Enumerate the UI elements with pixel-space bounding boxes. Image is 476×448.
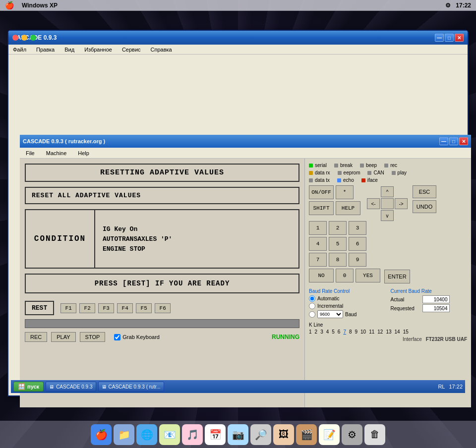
menu-file-en[interactable]: File [24, 149, 37, 157]
mac-gear-icon[interactable]: ⚙ [445, 2, 451, 9]
arrow-up-button[interactable]: ^ [381, 186, 394, 197]
rest-button[interactable]: REST [25, 301, 54, 315]
mac-close-dot[interactable] [12, 35, 18, 41]
rec-button[interactable]: REC [25, 332, 47, 342]
kline-9[interactable]: 9 [355, 329, 358, 335]
status-break: break [334, 163, 353, 168]
dock-mail[interactable]: 📧 [159, 424, 180, 445]
f6-button[interactable]: F6 [155, 303, 171, 313]
menu-edit-ru[interactable]: Правка [34, 46, 57, 54]
key-7[interactable]: 7 [309, 253, 327, 267]
key-0[interactable]: 0 [336, 269, 354, 282]
kline-15[interactable]: 15 [403, 329, 409, 335]
taskbar-cascade-label-1: CASCADE 0.9.3 [56, 384, 92, 390]
menu-machine[interactable]: Machine [44, 149, 69, 157]
undo-button[interactable]: UNDO [413, 200, 436, 213]
arrow-left-button[interactable]: <- [367, 198, 380, 209]
kline-8[interactable]: 8 [349, 329, 352, 335]
baud-label: Baud [345, 312, 357, 317]
dock-itunes[interactable]: 🎵 [182, 424, 203, 445]
winxp-close-btn[interactable]: ✕ [455, 34, 464, 42]
key-1[interactable]: 1 [309, 221, 327, 235]
menu-service-ru[interactable]: Сервис [120, 46, 143, 54]
dock-dvd[interactable]: 🎬 [296, 424, 317, 445]
baud-auto-radio[interactable] [309, 295, 315, 302]
taskbar-right: RL 17:22 [438, 384, 463, 390]
key-9[interactable]: 9 [349, 253, 366, 267]
key-8[interactable]: 8 [329, 253, 347, 267]
arrow-down-button[interactable]: v [381, 210, 394, 221]
f5-button[interactable]: F5 [136, 303, 152, 313]
key-3[interactable]: 3 [349, 221, 366, 235]
menu-view-ru[interactable]: Вид [62, 46, 76, 54]
cascade-minimize-btn[interactable]: — [439, 137, 448, 145]
enter-button[interactable]: ENTER [384, 270, 410, 283]
esc-button[interactable]: ESC [413, 185, 436, 198]
rest-section: REST F1 F2 F3 F4 F5 F6 [25, 301, 299, 315]
kline-6[interactable]: 6 [338, 329, 341, 335]
kline-14[interactable]: 14 [395, 329, 400, 335]
f2-button[interactable]: F2 [79, 303, 95, 313]
requested-value[interactable] [422, 304, 450, 312]
baud-manual-radio[interactable] [309, 311, 315, 318]
winxp-minimize-btn[interactable]: — [435, 34, 444, 42]
dock-ical[interactable]: 📅 [205, 424, 226, 445]
kline-11[interactable]: 11 [369, 329, 374, 335]
taskbar-cascade-item-1[interactable]: 🖥 CASCADE 0.9.3 [46, 382, 96, 392]
dock-spotlight[interactable]: 🔎 [250, 424, 271, 445]
baud-rate-select[interactable]: 9600 [317, 310, 343, 318]
shift-button[interactable]: SHIFT [309, 201, 334, 215]
play-button[interactable]: PLAY [51, 332, 75, 342]
onoff-button[interactable]: ON/OFF [309, 185, 334, 199]
kline-label: K Line [309, 322, 323, 328]
kline-5[interactable]: 5 [332, 329, 335, 335]
help-button[interactable]: HELP [336, 201, 360, 215]
grab-keyboard-checkbox[interactable] [114, 334, 120, 340]
no-button[interactable]: NO [309, 269, 334, 282]
dock-prefs[interactable]: ⚙ [342, 424, 362, 445]
arrow-right-button[interactable]: -> [395, 198, 408, 209]
kline-12[interactable]: 12 [377, 329, 383, 335]
start-button[interactable]: 🪟 пуск [13, 382, 44, 392]
key-6[interactable]: 6 [349, 237, 366, 251]
kline-10[interactable]: 10 [360, 329, 366, 335]
cascade-close-btn[interactable]: ✕ [459, 137, 468, 145]
kline-1[interactable]: 1 [309, 329, 312, 335]
key-4[interactable]: 4 [309, 237, 327, 251]
f1-button[interactable]: F1 [60, 303, 76, 313]
yes-button[interactable]: YES [356, 269, 380, 282]
mac-minimize-dot[interactable] [21, 35, 27, 41]
kline-2[interactable]: 2 [315, 329, 318, 335]
dock-finder[interactable]: 🍎 [91, 424, 112, 445]
actual-value[interactable] [422, 295, 450, 303]
dock-trash[interactable]: 🗑 [364, 424, 385, 445]
kline-7-active[interactable]: 7 [343, 329, 346, 335]
mac-maximize-dot[interactable] [30, 35, 36, 41]
dock-iphoto[interactable]: 📷 [228, 424, 248, 445]
key-5[interactable]: 5 [329, 237, 347, 251]
f4-button[interactable]: F4 [117, 303, 133, 313]
dock-folder[interactable]: 📁 [114, 424, 134, 445]
menu-help-en[interactable]: Help [76, 149, 91, 157]
beep-label: beep [366, 163, 377, 168]
kline-4[interactable]: 4 [326, 329, 329, 335]
kline-13[interactable]: 13 [386, 329, 391, 335]
interface-value: FT232R USB UAF [426, 336, 467, 342]
baud-incr-radio[interactable] [309, 303, 315, 309]
cascade-maximize-btn[interactable]: □ [449, 137, 458, 145]
stop-button[interactable]: STOP [80, 332, 106, 342]
dock-preview[interactable]: 🖼 [273, 424, 294, 445]
key-2[interactable]: 2 [329, 221, 347, 235]
dock-textedit[interactable]: 📝 [319, 424, 340, 445]
taskbar-cascade-item-2[interactable]: 🖥 CASCADE 0.9.3 ( rutr... [98, 382, 164, 392]
kline-3[interactable]: 3 [320, 329, 323, 335]
f3-button[interactable]: F3 [98, 303, 114, 313]
menu-help-ru[interactable]: Справка [149, 46, 174, 54]
menu-file-ru[interactable]: Файл [11, 46, 28, 54]
dock-safari[interactable]: 🌐 [136, 424, 157, 445]
grab-keyboard-label[interactable]: Grab Keyboard [114, 334, 160, 340]
mac-apple-menu[interactable]: 🍎 [5, 1, 14, 10]
star-button[interactable]: * [336, 185, 354, 199]
menu-favorites-ru[interactable]: Избранное [82, 46, 114, 54]
winxp-maximize-btn[interactable]: □ [445, 34, 454, 42]
